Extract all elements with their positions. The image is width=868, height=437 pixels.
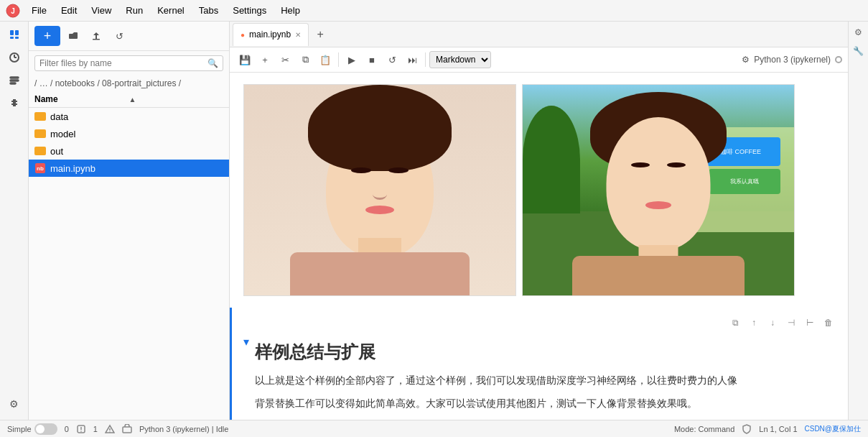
kernel-status-text: Python 3 (ipykernel) | Idle (139, 425, 229, 433)
right-settings-icon[interactable]: ⚙ (851, 24, 867, 40)
paste-cell-button[interactable]: 📋 (316, 50, 335, 69)
search-input[interactable] (39, 58, 207, 68)
markdown-cell-content: ▾ 样例总结与扩展 以上就是这个样例的全部内容了，通过这个样例，我们可以发现借助… (243, 335, 836, 415)
files-icon[interactable] (4, 24, 24, 45)
file-item-model[interactable]: model (29, 125, 229, 142)
right-icon-bar: ⚙ 🔧 (848, 22, 868, 420)
cell-type-select[interactable]: Markdown Code Raw (429, 51, 491, 68)
menu-help[interactable]: Help (275, 4, 306, 17)
right-extensions-icon[interactable]: 🔧 (851, 43, 867, 59)
file-item-out[interactable]: out (29, 142, 229, 160)
markdown-text-1: 以上就是这个样例的全部内容了，通过这个样例，我们可以发现借助深度学习神经网络，以… (255, 369, 737, 392)
svg-rect-11 (10, 83, 16, 84)
svg-point-15 (80, 431, 82, 432)
file-item-data[interactable]: data (29, 108, 229, 125)
svg-rect-9 (10, 77, 19, 78)
kernel-name-label: Python 3 (ipykernel) (754, 55, 831, 65)
toolbar-separator-2 (425, 52, 426, 67)
portrait-image-1 (243, 84, 516, 296)
settings-gear-icon[interactable]: ⚙ (742, 55, 750, 65)
file-name-out: out (50, 146, 63, 157)
refresh-button[interactable]: ↺ (109, 26, 129, 46)
new-tab-button[interactable]: + (310, 24, 330, 45)
folder-icon-data (34, 111, 46, 122)
left-icon-bar: ⚙ (0, 22, 29, 420)
add-below-tool[interactable]: ⊣ (783, 315, 799, 331)
svg-rect-2 (10, 30, 14, 35)
notebook-tab[interactable]: ● main.ipynb ✕ (233, 23, 309, 46)
file-item-main[interactable]: nb main.ipynb (29, 160, 229, 177)
settings-icon[interactable]: ⚙ (4, 394, 24, 414)
icon-bar-bottom: ⚙ (4, 394, 24, 420)
markdown-heading: 样例总结与扩展 (255, 335, 737, 369)
simple-mode-toggle-group: Simple (7, 423, 57, 435)
notebook-toolbar: 💾 + ✂ ⧉ 📋 ▶ ■ ↺ ⏭ Markdown Code Raw ⚙ Py… (230, 47, 848, 73)
watermark-text: CSDN@夏保加仕 (805, 424, 862, 434)
cut-cell-button[interactable]: ✂ (276, 50, 294, 69)
copy-cell-tool[interactable]: ⧉ (727, 315, 743, 331)
svg-rect-4 (10, 37, 14, 39)
svg-point-18 (109, 431, 111, 433)
save-button[interactable]: 💾 (235, 50, 254, 69)
extension-icon[interactable] (4, 93, 24, 114)
restart-run-all-button[interactable]: ⏭ (403, 50, 421, 69)
toolbar-right: ⚙ Python 3 (ipykernel) (742, 55, 842, 65)
file-list-header: Name ▲ (29, 91, 229, 108)
search-box: 🔍 (34, 55, 223, 71)
copy-cell-button[interactable]: ⧉ (296, 50, 314, 69)
move-down-tool[interactable]: ↓ (765, 315, 780, 331)
merge-tool[interactable]: ⊢ (802, 315, 818, 331)
menu-kernel[interactable]: Kernel (151, 4, 190, 17)
open-from-path-button[interactable] (63, 26, 83, 46)
upload-button[interactable] (86, 26, 106, 46)
menu-run[interactable]: Run (120, 4, 149, 17)
tab-bar: ● main.ipynb ✕ + (230, 22, 848, 47)
menu-file[interactable]: File (26, 4, 52, 17)
status-icon (122, 424, 132, 434)
move-up-tool[interactable]: ↑ (746, 315, 762, 331)
notebook-content: 爱咖啡 COFFEE 我系认真嘅 (230, 73, 848, 420)
markdown-text-2: 背景替换工作可以变得如此简单高效。大家可以尝试使用其他图片，测试一下人像背景替换… (255, 392, 737, 415)
output-cell: 爱咖啡 COFFEE 我系认真嘅 (230, 73, 848, 308)
notebook-icon-main: nb (34, 162, 46, 174)
cursor-position: Ln 1, Col 1 (759, 425, 797, 433)
menu-view[interactable]: View (85, 4, 117, 17)
notebook-area: ● main.ipynb ✕ + 💾 + ✂ ⧉ 📋 ▶ ■ ↺ ⏭ Markd… (230, 22, 848, 420)
breadcrumb: / … / notebooks / 08-portrait_pictures / (29, 75, 229, 91)
cell-toolbar: ⧉ ↑ ↓ ⊣ ⊢ 🗑 (243, 313, 836, 332)
stop-button[interactable]: ■ (363, 50, 381, 69)
new-button[interactable]: + (34, 26, 60, 46)
file-name-model: model (50, 129, 75, 139)
simple-mode-toggle[interactable] (34, 423, 57, 435)
name-column-header: Name (34, 94, 129, 104)
svg-rect-12 (93, 39, 100, 40)
error-icon (76, 424, 86, 434)
simple-mode-label: Simple (7, 425, 32, 433)
commands-icon[interactable] (4, 70, 24, 91)
markdown-content: 样例总结与扩展 以上就是这个样例的全部内容了，通过这个样例，我们可以发现借助深度… (255, 335, 737, 415)
restart-button[interactable]: ↺ (383, 50, 401, 69)
folder-icon-model (34, 128, 46, 139)
statusbar: Simple 0 1 Python 3 (ipykernel) | Idle M… (0, 420, 868, 437)
search-icon: 🔍 (207, 58, 218, 68)
markdown-cell: ⧉ ↑ ↓ ⊣ ⊢ 🗑 ▾ 样例总结与扩展 以上就是这个样例的全部内容了，通过这… (230, 308, 848, 420)
run-cell-button[interactable]: ▶ (342, 50, 361, 69)
toggle-knob (36, 425, 45, 433)
svg-rect-5 (15, 37, 19, 39)
sort-arrow[interactable]: ▲ (129, 96, 224, 104)
warning-count: 1 (93, 425, 98, 433)
cell-collapse-button[interactable]: ▾ (243, 335, 249, 349)
delete-cell-tool[interactable]: 🗑 (821, 315, 836, 331)
add-cell-button[interactable]: + (256, 50, 274, 69)
svg-rect-10 (10, 80, 19, 81)
toolbar-separator-1 (338, 52, 339, 67)
menu-tabs[interactable]: Tabs (193, 4, 224, 17)
menu-edit[interactable]: Edit (55, 4, 83, 17)
menu-settings[interactable]: Settings (227, 4, 272, 17)
file-name-main: main.ipynb (50, 163, 95, 174)
kernel-status-indicator (835, 56, 842, 63)
tab-close-button[interactable]: ✕ (295, 31, 301, 39)
output-images: 爱咖啡 COFFEE 我系认真嘅 (243, 78, 836, 302)
file-browser-sidebar: + ↺ 🔍 / … / notebooks / 08-portrait_pict… (29, 22, 230, 420)
running-sessions-icon[interactable] (4, 47, 24, 68)
